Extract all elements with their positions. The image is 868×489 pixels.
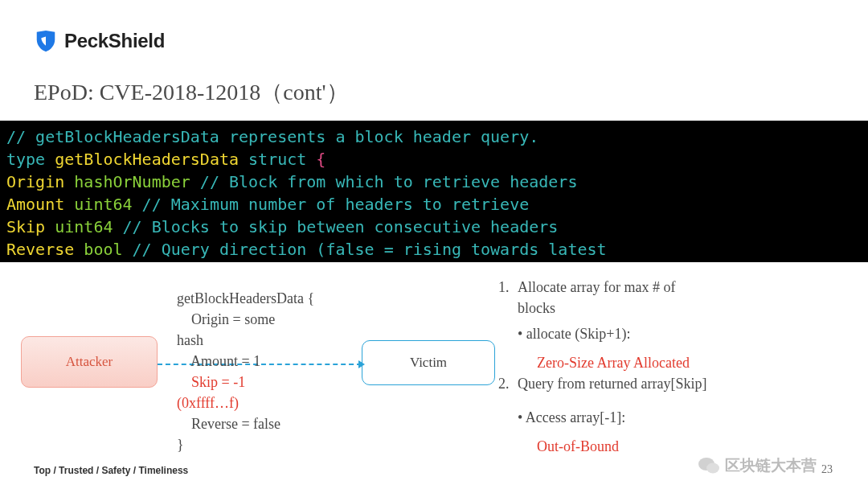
payload-line: Amount = 1 (177, 351, 314, 372)
watermark-text: 区块链大本营 (725, 455, 817, 476)
attacker-box: Attacker (21, 336, 158, 388)
code-type: uint64 (55, 217, 113, 236)
step-text: Query from returned array[Skip] (518, 376, 706, 392)
code-keyword: type (6, 150, 45, 169)
code-comment: // Maximum number of headers to retrieve (142, 195, 530, 214)
step-2: 2. Query from returned array[Skip] (498, 373, 706, 394)
step-number: 1. (498, 277, 518, 318)
code-field: Amount (6, 195, 64, 214)
page-number: 23 (821, 463, 833, 476)
step-2-sub: • Access array[-1]: (498, 407, 852, 428)
wechat-icon (698, 456, 720, 475)
code-type: uint64 (74, 195, 132, 214)
code-comment: // Query direction (false = rising towar… (133, 240, 607, 259)
code-type: bool (84, 240, 122, 259)
step-1: 1. Allocate array for max # of blocks (498, 277, 675, 318)
watermark: 区块链大本营 (698, 455, 817, 476)
payload-line: } (177, 434, 314, 455)
code-field: Reverse (6, 240, 74, 259)
victim-box: Victim (362, 340, 495, 385)
code-comment: // Blocks to skip between consecutive he… (123, 217, 559, 236)
code-block: // getBlockHeadersData represents a bloc… (0, 121, 868, 262)
steps: 1. Allocate array for max # of blocks • … (498, 277, 852, 457)
brand-logo: PeckShield (34, 29, 165, 53)
footer-tagline: Top / Trusted / Safety / Timeliness (34, 465, 188, 476)
step-1-sub: • allocate (Skip+1): (498, 323, 852, 344)
step-text: blocks (518, 300, 555, 316)
payload-line: Origin = some (177, 309, 314, 330)
step-1-result: Zero-Size Array Allocated (498, 352, 852, 373)
code-comment: // Block from which to retrieve headers (200, 172, 578, 191)
step-number: 2. (498, 373, 518, 394)
code-brace: { (316, 150, 326, 169)
code-typename: getBlockHeadersData (55, 150, 239, 169)
payload-text: getBlockHeadersData { Origin = some hash… (177, 288, 314, 455)
victim-label: Victim (410, 355, 447, 371)
payload-line: Reverse = false (177, 413, 314, 434)
shield-icon (34, 29, 58, 53)
slide: PeckShield EPoD: CVE-2018-12018（cont'） /… (0, 0, 868, 489)
step-text: Allocate array for max # of (518, 279, 675, 295)
payload-line: getBlockHeadersData { (177, 288, 314, 309)
payload-skip-hex: (0xffff…f) (177, 392, 314, 413)
page-title: EPoD: CVE-2018-12018（cont'） (34, 77, 349, 108)
code-keyword: struct (248, 150, 306, 169)
code-field: Origin (6, 172, 64, 191)
code-comment: // getBlockHeadersData represents a bloc… (6, 127, 538, 146)
step-2-result: Out-of-Bound (498, 436, 852, 457)
payload-skip: Skip = -1 (177, 372, 314, 392)
svg-point-1 (706, 463, 719, 474)
payload-line: hash (177, 330, 314, 351)
code-type: hashOrNumber (74, 172, 190, 191)
attacker-label: Attacker (66, 354, 113, 370)
code-field: Skip (6, 217, 45, 236)
brand-text: PeckShield (64, 30, 165, 52)
